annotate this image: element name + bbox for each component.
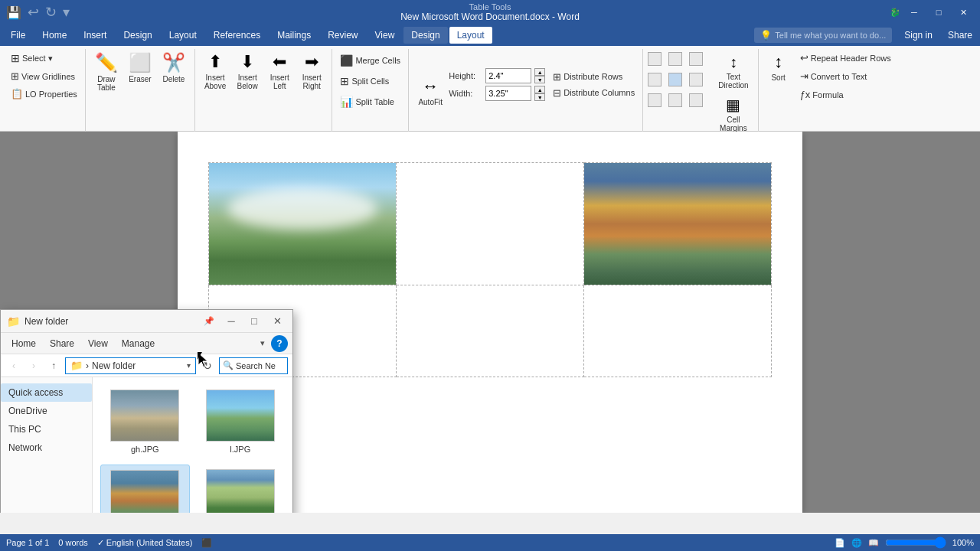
convert-to-text-button[interactable]: ⇥ Convert to Text — [797, 69, 894, 83]
select-button[interactable]: ⊞ Select ▾ — [8, 51, 56, 66]
view-print-btn[interactable]: 📄 — [835, 538, 845, 548]
table-cell-1-3[interactable] — [584, 163, 772, 285]
align-middle-center[interactable] — [668, 73, 682, 86]
insert-left-label: InsertLeft — [270, 73, 289, 90]
fe-menu-manage[interactable]: Manage — [116, 336, 161, 351]
align-middle-right[interactable] — [689, 73, 703, 86]
split-cells-icon: ⊞ — [340, 75, 349, 87]
macro-icon: ⬛ — [201, 538, 212, 548]
align-top-right[interactable] — [689, 52, 703, 66]
distribute-rows-button[interactable]: ⊞ Distribute Rows — [550, 70, 638, 84]
menu-home[interactable]: Home — [34, 27, 74, 44]
menu-design[interactable]: Design — [116, 27, 159, 44]
view-gridlines-label: View Gridlines — [21, 72, 75, 81]
file-item-gh[interactable]: gh.JPG — [100, 385, 190, 458]
width-up[interactable]: ▲ — [534, 86, 545, 93]
view-gridlines-button[interactable]: ⊞ View Gridlines — [8, 69, 78, 83]
fe-menu-home[interactable]: Home — [5, 336, 42, 351]
fe-sidebar-quick-access[interactable]: Quick access — [1, 383, 92, 402]
minimize-button[interactable]: ─ — [903, 5, 925, 20]
insert-right-button[interactable]: ➡ InsertRight — [296, 49, 327, 93]
convert-icon: ⇥ — [800, 70, 808, 82]
height-input[interactable] — [485, 68, 531, 83]
align-bottom-center[interactable] — [668, 93, 682, 107]
share-button[interactable]: Share — [943, 28, 977, 42]
view-read-btn[interactable]: 📖 — [868, 538, 879, 548]
fe-menu-view[interactable]: View — [82, 336, 114, 351]
table-cell-1-1[interactable] — [209, 163, 397, 285]
fe-up-button[interactable]: ↑ — [45, 357, 62, 374]
menu-insert[interactable]: Insert — [76, 27, 114, 44]
properties-button[interactable]: 📋 LO Properties — [8, 86, 80, 101]
eraser-button[interactable]: ⬜ Eraser — [124, 49, 156, 86]
width-input[interactable] — [485, 86, 531, 101]
fe-back-button[interactable]: ‹ — [5, 357, 22, 374]
fe-sidebar-this-pc[interactable]: This PC — [1, 420, 92, 439]
fe-close-button[interactable]: ✕ — [268, 313, 286, 330]
split-cells-button[interactable]: ⊞ Split Cells — [337, 73, 392, 90]
align-middle-left[interactable] — [648, 73, 662, 86]
table-cell-2-2[interactable] — [397, 285, 584, 377]
menu-table-layout[interactable]: Layout — [449, 27, 492, 44]
sign-in-link[interactable]: Sign in — [900, 28, 937, 42]
fe-path-label: › — [86, 360, 89, 371]
table-cell-1-2[interactable] — [397, 163, 584, 285]
split-table-button[interactable]: 📊 Split Table — [337, 93, 397, 110]
close-button[interactable]: ✕ — [952, 5, 974, 20]
fe-search-input[interactable] — [236, 361, 282, 370]
cell-margins-button[interactable]: ▦ CellMargins — [714, 94, 753, 134]
fe-sidebar-onedrive[interactable]: OneDrive — [1, 402, 92, 420]
fe-forward-button[interactable]: › — [25, 357, 42, 374]
merge-cells-button[interactable]: ⬛ Merge Cells — [337, 52, 403, 69]
fe-help-button[interactable]: ? — [271, 335, 288, 352]
convert-label: Convert to Text — [811, 72, 867, 81]
align-bottom-right[interactable] — [689, 93, 703, 107]
menu-file[interactable]: File — [3, 27, 33, 44]
gridlines-icon: ⊞ — [11, 70, 19, 82]
text-direction-button[interactable]: ↕ TextDirection — [714, 52, 753, 91]
fe-minimize-button[interactable]: ─ — [222, 313, 240, 330]
maximize-button[interactable]: □ — [928, 5, 949, 20]
distribute-cols-button[interactable]: ⊟ Distribute Columns — [550, 86, 638, 100]
fe-sidebar-network[interactable]: Network — [1, 439, 92, 457]
height-up[interactable]: ▲ — [534, 68, 545, 76]
delete-button[interactable]: ✂️ Delete — [158, 49, 190, 86]
table-cell-2-3[interactable] — [584, 285, 772, 377]
align-bottom-left[interactable] — [648, 93, 662, 107]
width-input-row: Width: ▲ ▼ — [449, 86, 545, 101]
menu-view[interactable]: View — [368, 27, 403, 44]
file-item-l[interactable]: l.JPG — [196, 385, 286, 458]
tell-me-box[interactable]: 💡 Tell me what you want to do... — [754, 28, 892, 43]
fe-menu-share[interactable]: Share — [44, 336, 80, 351]
repeat-header-rows-button[interactable]: ↩ Repeat Header Rows — [797, 51, 894, 65]
fe-maximize-button[interactable]: □ — [245, 313, 263, 330]
menu-table-design[interactable]: Design — [403, 27, 447, 44]
fe-thumb-gh — [110, 390, 179, 442]
align-top-left[interactable] — [648, 52, 662, 66]
height-spinner: ▲ ▼ — [534, 68, 545, 83]
fe-title: New folder — [24, 316, 199, 327]
file-item-rt[interactable]: rt.jpg — [100, 465, 190, 513]
fe-expand-btn[interactable]: ▾ — [257, 337, 268, 350]
insert-left-button[interactable]: ⬅ InsertLeft — [264, 49, 295, 93]
align-top-center[interactable] — [668, 52, 682, 66]
menu-layout[interactable]: Layout — [162, 27, 204, 44]
menu-references[interactable]: References — [206, 27, 268, 44]
view-web-btn[interactable]: 🌐 — [851, 538, 862, 548]
sort-button[interactable]: ↕ Sort — [763, 49, 794, 85]
zoom-slider[interactable] — [885, 536, 946, 549]
file-item-vm[interactable]: vm.JPG — [196, 465, 286, 513]
width-down[interactable]: ▼ — [534, 93, 545, 101]
formula-button[interactable]: ƒx Formula — [797, 87, 894, 102]
height-down[interactable]: ▼ — [534, 76, 545, 83]
fe-refresh-button[interactable]: ↻ — [199, 357, 216, 374]
width-label: Width: — [449, 89, 482, 98]
menu-review[interactable]: Review — [320, 27, 365, 44]
draw-table-button[interactable]: ✏️ DrawTable — [90, 49, 122, 95]
menu-mailings[interactable]: Mailings — [270, 27, 318, 44]
fe-address-path[interactable]: 📁 › New folder ▾ — [65, 357, 196, 374]
insert-below-button[interactable]: ⬇ InsertBelow — [232, 49, 263, 93]
autofit-button[interactable]: ↔️ AutoFit — [413, 73, 447, 109]
language-text: English (United States) — [106, 538, 193, 547]
insert-above-button[interactable]: ⬆ InsertAbove — [200, 49, 230, 93]
